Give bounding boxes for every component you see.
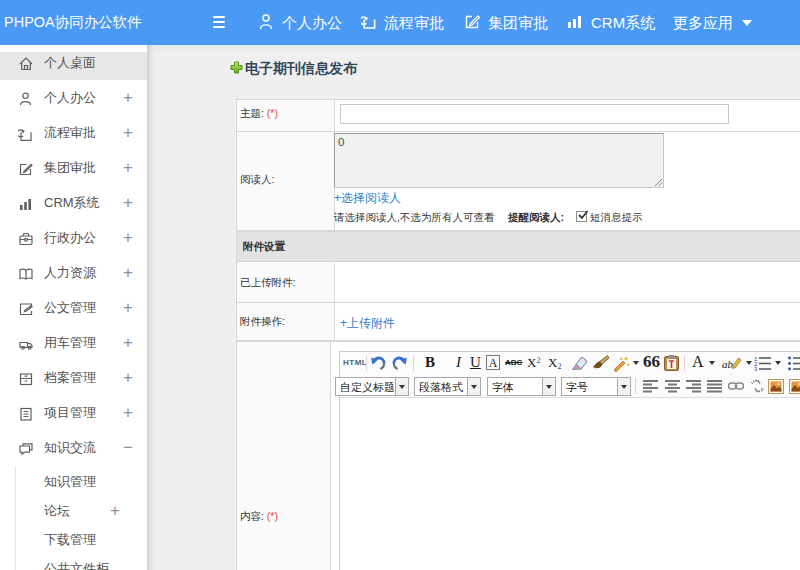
svg-text:ab: ab [722, 358, 734, 370]
svg-text:3: 3 [754, 366, 758, 371]
